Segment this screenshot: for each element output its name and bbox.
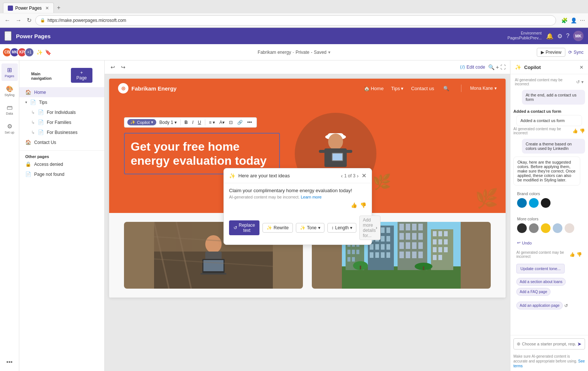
svg-point-3 [328, 134, 343, 150]
settings-btn[interactable]: ⚙ [557, 33, 562, 40]
user-avatar[interactable]: MK [573, 31, 584, 41]
sidebar-item-individuals[interactable]: ↳ 📄 For Individuals [19, 107, 104, 117]
nav-item-more[interactable]: ••• [1, 356, 18, 368]
align-btn[interactable]: ≡ ▾ [208, 119, 216, 126]
nav-item-data[interactable]: 🗃 Data [1, 101, 18, 118]
popup-prev-btn[interactable]: ‹ [341, 173, 343, 179]
brand-color-2[interactable] [529, 198, 539, 208]
add-loans-btn[interactable]: Add a section about loans [516, 278, 566, 286]
svg-rect-82 [360, 266, 361, 269]
brand-color-1[interactable] [517, 198, 527, 208]
nav-link-tips[interactable]: Tips ▾ [391, 86, 404, 91]
italic-btn[interactable]: I [191, 119, 195, 126]
extensions-btn[interactable]: 🧩 [561, 17, 568, 23]
chat-send-btn[interactable]: ➤ [577, 341, 582, 347]
address-bar[interactable]: 🔒 https://make.powerpages.microsoft.com [35, 15, 556, 26]
add-app-page-btn[interactable]: Add an application page [516, 302, 563, 309]
refresh-actions-btn[interactable]: ↺ [564, 303, 568, 308]
brand-color-3[interactable] [541, 198, 551, 208]
undo-action-btn[interactable]: ↩ Undo [513, 239, 585, 247]
replace-text-btn[interactable]: ↺ Replace text [229, 220, 259, 235]
nav-link-home[interactable]: 🏠 Home [364, 86, 384, 91]
site-search-icon[interactable]: 🔍 [443, 86, 449, 91]
zoom-out-btn[interactable]: 🔍 [488, 64, 494, 70]
back-btn[interactable]: ← [3, 16, 12, 24]
nav-link-contact[interactable]: Contact us [411, 86, 434, 91]
chevron-btn-top[interactable]: ▾ [581, 79, 584, 85]
chat-input-field[interactable] [522, 342, 576, 346]
learn-more-link[interactable]: Learn more [301, 195, 321, 199]
sidebar-item-home[interactable]: 🏠 Home [19, 87, 104, 97]
nav-item-pages[interactable]: ⊞ Pages [1, 63, 18, 81]
popup-close-btn[interactable]: ✕ [362, 172, 366, 179]
more-color-1[interactable] [517, 223, 527, 233]
sidebar-item-page-not-found[interactable]: 📄 Page not found [19, 169, 104, 179]
svg-rect-70 [438, 231, 442, 236]
sidebar-item-contact[interactable]: 🏠 Contact Us [19, 137, 104, 147]
link-btn[interactable]: 🔗 [236, 119, 244, 126]
more-btn[interactable]: ⋯ [580, 17, 585, 23]
preview-btn[interactable]: ▶ Preview [537, 48, 566, 57]
sidebar-item-businesses[interactable]: ↳ 📄 For Businesses [19, 127, 104, 137]
rewrite-btn[interactable]: ✨ Rewrite [262, 223, 293, 233]
underline-btn[interactable]: U [196, 119, 203, 126]
style-dropdown[interactable]: Body 1 ▾ [158, 119, 178, 126]
expand-icon[interactable]: ▾ [25, 100, 27, 104]
more-color-4[interactable] [553, 223, 562, 233]
thumbs-down-btn[interactable]: 👎 [360, 202, 366, 208]
add-faq-btn[interactable]: Add a FAQ page [516, 288, 551, 296]
profile-btn[interactable]: 👤 [571, 17, 577, 23]
more-options-btn[interactable]: ••• [246, 119, 254, 126]
tab-close-btn[interactable]: ✕ [45, 6, 49, 11]
bookmark-btn[interactable]: 🔖 [45, 49, 51, 55]
more-color-2[interactable] [529, 223, 539, 233]
copilot-badge[interactable]: ✨ Copilot ▾ [127, 119, 156, 125]
site-user[interactable]: Mona Kane ▾ [470, 86, 497, 91]
sidebar-item-families-label: For Families [47, 120, 71, 125]
length-btn[interactable]: ↕ Length ▾ [327, 223, 357, 233]
bottom-thumbs-up[interactable]: 👍 [569, 252, 575, 257]
popup-next-btn[interactable]: › [357, 173, 359, 179]
refresh-btn[interactable]: ↻ [25, 16, 33, 24]
new-tab-btn[interactable]: + [54, 4, 63, 11]
waffle-menu-btn[interactable]: ⊞ [4, 31, 12, 41]
fullscreen-btn[interactable]: ⛶ [500, 64, 506, 70]
refresh-btn-top[interactable]: ↺ [576, 79, 580, 85]
sidebar-item-families[interactable]: ↳ 📄 For Families [19, 117, 104, 127]
edit-code-btn[interactable]: ⟨/⟩ Edit code [460, 65, 485, 70]
sidebar-item-tips[interactable]: ▾ 📄 Tips [19, 97, 104, 107]
sync-btn[interactable]: ⟳ Sync [568, 50, 584, 55]
font-color-btn[interactable]: A▾ [218, 119, 226, 126]
bottom-thumbs-down[interactable]: 👎 [576, 252, 582, 257]
add-details-area[interactable]: Add more details for... › [359, 216, 380, 240]
redo-btn[interactable]: ↪ [120, 63, 127, 71]
thumbs-up-btn[interactable]: 👍 [351, 202, 357, 208]
undo-btn[interactable]: ↩ [109, 63, 117, 71]
active-tab[interactable]: Power Pages ✕ [3, 3, 54, 13]
copilot-panel: ✨ Copilot ✕ AI generated content may be … [510, 60, 588, 371]
sidebar-item-access-denied[interactable]: 🔒 Access denied [19, 159, 104, 169]
nav-item-setup[interactable]: ⚙ Set up [1, 120, 18, 137]
hero-title[interactable]: Get your free home energy evaluation tod… [131, 139, 273, 168]
zoom-in-btn[interactable]: + [496, 64, 499, 70]
thumbs-down-panel[interactable]: 👎 [579, 127, 585, 135]
add-page-btn[interactable]: + Page [71, 68, 92, 83]
tab-title: Power Pages [15, 6, 42, 11]
help-btn[interactable]: ? [566, 33, 569, 39]
thumbs-up-panel[interactable]: 👍 [572, 127, 578, 135]
update-content-tone-btn[interactable]: Update content tone... [516, 264, 565, 273]
bottom-disclaimer-row: AI generated content may be incorrect 👍 … [513, 250, 585, 259]
nav-item-styling[interactable]: 🎨 Styling [1, 82, 18, 100]
tone-btn[interactable]: ✨ Tone ▾ [296, 223, 324, 233]
copilot-panel-close-btn[interactable]: ✕ [579, 65, 584, 70]
sidebar-item-page-not-found-label: Page not found [34, 172, 64, 177]
dropdown-arrow[interactable]: ▾ [328, 50, 330, 55]
more-color-3[interactable] [541, 223, 551, 233]
svg-rect-50 [386, 252, 390, 258]
copilot-icon-btn[interactable]: ✨ [36, 49, 43, 55]
forward-btn[interactable]: → [14, 16, 23, 24]
border-btn[interactable]: ⊡ [228, 119, 234, 126]
more-color-5[interactable] [565, 223, 574, 233]
notifications-btn[interactable]: 🔔 [546, 33, 553, 40]
bold-btn[interactable]: B [183, 119, 189, 126]
